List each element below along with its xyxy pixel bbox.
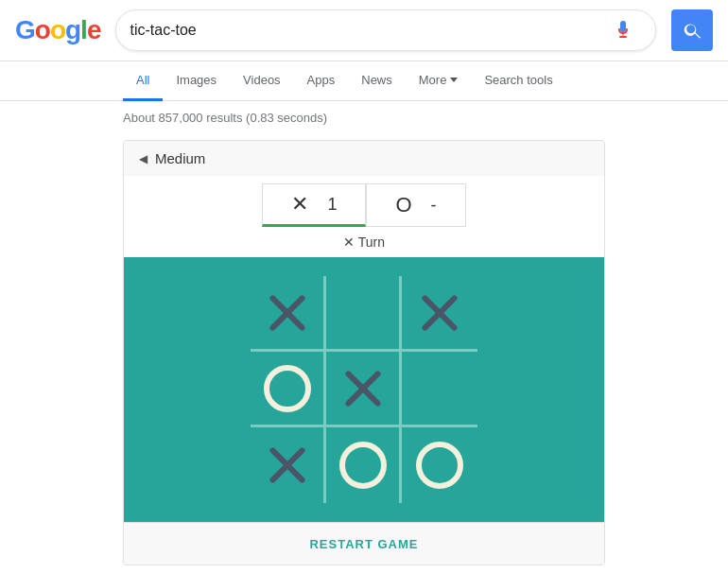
x-mark bbox=[264, 442, 311, 489]
collapse-arrow-icon: ◀ bbox=[139, 152, 147, 165]
o-mark bbox=[264, 365, 311, 412]
cell-1[interactable] bbox=[326, 276, 402, 352]
tab-search-tools[interactable]: Search tools bbox=[471, 61, 565, 101]
x-mark bbox=[416, 289, 463, 337]
x-mark bbox=[339, 365, 387, 412]
score-o-player: O - bbox=[366, 183, 465, 227]
x-mark bbox=[264, 289, 311, 337]
google-logo: Google bbox=[15, 15, 100, 45]
search-button[interactable] bbox=[671, 9, 713, 51]
tab-videos[interactable]: Videos bbox=[230, 61, 294, 101]
score-section: ✕ 1 O - bbox=[124, 176, 604, 227]
header: Google bbox=[0, 0, 728, 61]
cell-2[interactable] bbox=[402, 276, 477, 352]
difficulty-header[interactable]: ◀ Medium bbox=[124, 141, 604, 176]
turn-label: Turn bbox=[358, 234, 385, 250]
o-mark bbox=[416, 442, 463, 489]
game-card: ◀ Medium ✕ 1 O - ✕ Turn RESTART GAME bbox=[123, 140, 605, 565]
tab-images[interactable]: Images bbox=[163, 61, 230, 101]
nav-tabs: All Images Videos Apps News More Search … bbox=[0, 61, 728, 101]
tab-news[interactable]: News bbox=[348, 61, 406, 101]
difficulty-label: Medium bbox=[155, 150, 205, 166]
cell-0[interactable] bbox=[251, 276, 326, 352]
results-info: About 857,000 results (0.83 seconds) bbox=[0, 101, 728, 134]
search-input[interactable] bbox=[130, 22, 612, 39]
score-x-symbol: ✕ bbox=[291, 192, 308, 217]
o-mark bbox=[339, 442, 387, 489]
search-icon bbox=[683, 21, 702, 40]
chevron-down-icon bbox=[450, 78, 458, 82]
cell-8[interactable] bbox=[402, 427, 477, 503]
score-o-symbol: O bbox=[395, 193, 411, 217]
search-bar bbox=[115, 9, 656, 51]
restart-section: RESTART GAME bbox=[124, 522, 604, 564]
turn-indicator: ✕ Turn bbox=[124, 227, 604, 257]
cell-5[interactable] bbox=[402, 352, 477, 427]
game-grid bbox=[251, 276, 477, 503]
cell-3[interactable] bbox=[251, 352, 326, 427]
cell-6[interactable] bbox=[251, 427, 326, 503]
game-board-container bbox=[124, 257, 604, 522]
tab-more[interactable]: More bbox=[406, 61, 472, 101]
tab-apps[interactable]: Apps bbox=[294, 61, 349, 101]
score-x-value: 1 bbox=[327, 195, 337, 215]
turn-symbol: ✕ bbox=[343, 234, 355, 250]
score-x-player: ✕ 1 bbox=[262, 183, 366, 227]
score-o-value: - bbox=[431, 196, 437, 216]
restart-button[interactable]: RESTART GAME bbox=[309, 537, 418, 551]
tab-all[interactable]: All bbox=[123, 61, 163, 101]
mic-icon[interactable] bbox=[612, 19, 634, 42]
cell-4[interactable] bbox=[326, 352, 402, 427]
cell-7[interactable] bbox=[326, 427, 402, 503]
